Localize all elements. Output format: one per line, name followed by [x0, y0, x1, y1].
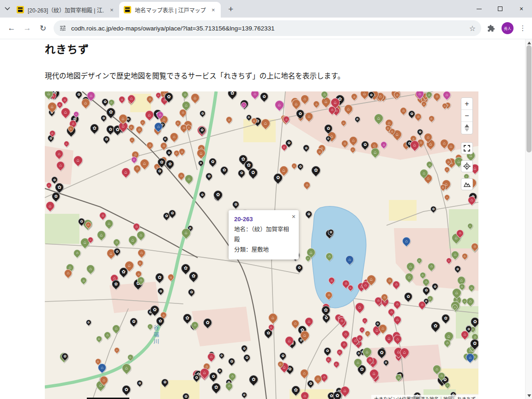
map-pin[interactable]: ✿ [187, 269, 200, 282]
map-pin[interactable]: ✿ [430, 282, 440, 291]
map-pin[interactable]: ✿ [156, 286, 165, 296]
map-pin[interactable]: ⌂ [113, 346, 121, 354]
map-pin[interactable]: ⌂ [45, 181, 53, 189]
map-pin[interactable]: ✿ [85, 318, 92, 326]
map-pin[interactable]: ⌂ [325, 356, 333, 364]
map-pin[interactable]: ⌂ [95, 229, 108, 241]
tab-close-icon[interactable]: × [108, 6, 115, 13]
map-pin[interactable]: ⌂ [112, 237, 121, 247]
map-pin[interactable]: ⌂ [441, 91, 452, 100]
map-pin[interactable]: ⌂ [387, 307, 396, 317]
map-pin[interactable]: ⌂ [298, 367, 310, 379]
map-pin[interactable]: ⌂ [415, 256, 423, 264]
map-pin[interactable]: ✿ [429, 205, 437, 213]
map-pin[interactable]: ✿ [360, 139, 371, 150]
map-pin[interactable]: ⌂ [139, 118, 146, 126]
map-pin[interactable]: ⌂ [431, 91, 442, 102]
map-pin[interactable]: ✿ [429, 320, 442, 332]
map-pin[interactable]: ⌂ [63, 140, 71, 148]
map-pin[interactable]: ⌂ [46, 100, 59, 113]
map-pin[interactable]: ⌂ [259, 116, 272, 129]
map-pin[interactable]: ⌂ [350, 92, 359, 101]
map-pin[interactable]: ⌂ [120, 166, 132, 178]
map-pin[interactable]: ✿ [226, 357, 236, 366]
map-pin[interactable]: ✿ [322, 346, 333, 357]
forward-button[interactable]: → [19, 20, 35, 36]
map-pin[interactable]: ✿ [161, 135, 169, 143]
map-pin[interactable]: ✿ [226, 91, 239, 100]
map-pin[interactable]: ✿ [201, 316, 214, 329]
map-pin[interactable]: ⌂ [339, 339, 350, 350]
map-pin[interactable]: ⌂ [332, 360, 340, 368]
map-pin[interactable]: ✿ [120, 383, 133, 396]
map-pin[interactable]: ⌂ [95, 335, 103, 343]
map-pin[interactable]: ✿ [440, 313, 451, 324]
map-pin[interactable]: ⌂ [195, 147, 207, 159]
map-pin[interactable]: ⌂ [266, 311, 279, 324]
geolocate-button[interactable] [461, 160, 473, 172]
map-pin[interactable]: ✿ [240, 344, 249, 353]
extensions-button[interactable] [484, 21, 498, 35]
map-pin[interactable]: ✿ [218, 352, 226, 360]
map-pin[interactable]: ✿ [421, 285, 431, 296]
map-pin[interactable]: ✿ [102, 134, 111, 144]
map-pin[interactable]: ⌂ [107, 98, 115, 106]
map-pin[interactable]: ✿ [294, 263, 304, 273]
map-pin[interactable]: ✿ [402, 290, 414, 302]
map-pin[interactable]: ⌂ [324, 251, 334, 261]
map-pin[interactable]: ⌂ [111, 323, 122, 334]
new-tab-button[interactable]: + [224, 3, 237, 16]
map-pin[interactable]: ✿ [302, 143, 311, 152]
fullscreen-button[interactable] [461, 142, 473, 154]
map-pin[interactable]: ✿ [304, 209, 314, 219]
map-pin[interactable]: ✿ [207, 156, 218, 167]
map-pin[interactable]: ⌂ [166, 272, 175, 282]
map-pin[interactable]: ✿ [128, 316, 139, 327]
close-window-button[interactable]: × [511, 0, 532, 18]
zoom-in-button[interactable]: + [461, 98, 472, 110]
map-pin[interactable]: ⌂ [302, 180, 311, 190]
map-pin[interactable]: ✿ [258, 91, 270, 103]
site-settings-icon[interactable] [59, 24, 66, 32]
map-pin[interactable]: ✿ [309, 164, 322, 177]
map-pin[interactable]: ⌂ [344, 254, 355, 265]
zoom-out-button[interactable]: − [461, 110, 472, 122]
reload-button[interactable]: ↻ [35, 20, 51, 36]
map-pin[interactable]: ⌂ [353, 301, 366, 314]
map-pin[interactable]: ⌂ [189, 320, 200, 331]
map-pin[interactable]: ✿ [164, 148, 174, 157]
map-pin[interactable]: ⌂ [347, 134, 359, 146]
map-pin[interactable]: ⌂ [189, 91, 201, 104]
map-pin[interactable]: ⌂ [224, 115, 234, 124]
map-pin[interactable]: ⌂ [79, 276, 88, 285]
map-pin[interactable]: ✿ [290, 384, 302, 396]
map-pin[interactable]: ⌂ [132, 221, 141, 231]
map-pin[interactable]: ⌂ [54, 148, 65, 159]
map-pin[interactable]: ✿ [135, 379, 144, 387]
map-pin[interactable]: ⌂ [403, 272, 415, 283]
map-pin[interactable]: ⌂ [127, 123, 135, 131]
map-pin[interactable]: ✿ [242, 353, 251, 363]
chevron-down-icon[interactable] [3, 1, 12, 17]
map-pin[interactable]: ✿ [453, 264, 462, 273]
map-pin[interactable]: ⌂ [312, 99, 321, 109]
map-pin[interactable]: ✿ [153, 271, 166, 284]
map-pin[interactable]: ⌂ [392, 299, 403, 310]
map-pin[interactable]: ⌂ [206, 351, 217, 363]
map-pin[interactable]: ✿ [231, 199, 241, 209]
map-pin[interactable]: ✿ [181, 392, 191, 399]
map-pin[interactable]: ✿ [197, 159, 205, 167]
map-pin[interactable]: ⌂ [405, 260, 416, 272]
map-pin[interactable]: ⌂ [126, 93, 137, 104]
map-pin[interactable]: ⌂ [72, 248, 82, 259]
map-pin[interactable]: ⌂ [117, 95, 127, 104]
map-pin[interactable]: ✿ [354, 115, 362, 123]
map-pin[interactable]: ✿ [210, 381, 223, 394]
map-pin[interactable]: ⌂ [54, 160, 66, 171]
url-text[interactable]: codh.rois.ac.jp/edo-maps/owariya/place/?… [71, 25, 466, 32]
terrain-button[interactable] [461, 178, 473, 190]
map-pin[interactable]: ⌂ [128, 136, 136, 144]
map-pin[interactable]: ⌂ [425, 160, 434, 169]
map-pin[interactable]: ⌂ [349, 146, 357, 154]
map-pin[interactable]: ✿ [187, 287, 196, 297]
